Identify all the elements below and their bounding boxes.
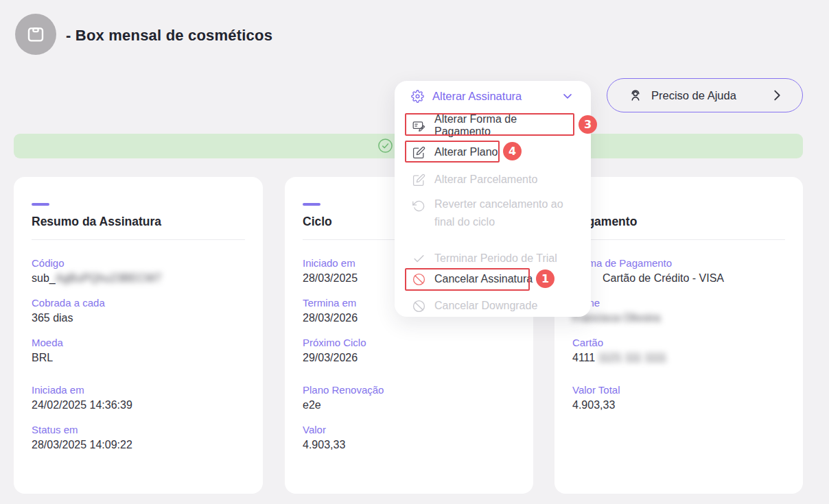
field-cartao: Cartão 4111 1121 111 1111 [572,337,785,364]
dropdown-trigger-alterar-assinatura[interactable]: Alterar Assinatura [395,81,591,111]
menu-item-label: Reverter cancelamento ao final do ciclo [434,195,573,231]
subscription-detail-page: - Box mensal de cosméticos Preciso de Aj… [0,0,829,504]
avatar [15,14,56,55]
field-proximo-ciclo: Próximo Ciclo 29/03/2026 [303,337,515,364]
menu-item-reverter-cancelamento: Reverter cancelamento ao final do ciclo [395,194,591,238]
card-accent-dash [303,203,320,206]
card-resumo-assinatura: Resumo da Assinatura Código sub_AgBuPQhu… [14,177,263,494]
divider [572,239,785,240]
masked-value: AgBuPQhu23BECW7 [56,272,162,284]
menu-item-cancelar-downgrade: Cancelar Downgrade [395,293,591,319]
field-valor-total: Valor Total 4.903,33 [572,384,785,411]
alterar-assinatura-dropdown: Alterar Assinatura Alterar Forma de Paga… [395,81,591,317]
menu-item-alterar-plano[interactable]: Alterar Plano [395,139,591,165]
chevron-down-icon [561,89,574,103]
chevron-right-icon [769,88,784,103]
field-valor: Valor 4.903,33 [303,424,515,451]
menu-item-alterar-forma-de-pagamento[interactable]: Alterar Forma de Pagamento [395,112,591,139]
field-moeda: Moeda BRL [32,337,245,364]
menu-item-label: Alterar Forma de Pagamento [434,113,573,138]
field-plano-renovacao: Plano Renovação e2e [303,384,515,411]
card-title: Pagamento [572,215,785,229]
annotation-badge-step4: 4 [503,142,522,160]
field-iniciada-em: Iniciada em 24/02/2025 14:36:39 [32,384,245,411]
menu-item-alterar-parcelamento: Alterar Parcelamento [395,167,591,193]
help-button-label: Preciso de Ajuda [651,89,736,102]
field-forma-de-pagamento: Forma de Pagamento Cartão de Crédito - V… [572,257,785,285]
edit-icon [412,173,425,187]
menu-item-label: Cancelar Assinatura [434,273,533,285]
slash-icon [412,273,425,286]
menu-item-label: Alterar Parcelamento [434,173,537,186]
annotation-badge-step3: 3 [579,115,597,134]
check-circle-icon [377,138,393,154]
page-title: - Box mensal de cosméticos [66,27,272,45]
menu-item-label: Cancelar Downgrade [434,300,537,312]
check-icon [412,252,425,265]
dropdown-trigger-label: Alterar Assinatura [432,90,561,103]
card-title: Resumo da Assinatura [32,215,245,229]
field-codigo: Código sub_AgBuPQhu23BECW7 [32,257,245,285]
card-pagamento: Pagamento Forma de Pagamento Cartão de C… [554,177,803,494]
menu-item-cancelar-assinatura[interactable]: Cancelar Assinatura [395,266,591,292]
card-edit-icon [412,119,425,132]
divider [32,239,245,240]
masked-value: 1121 111 1111 [598,352,667,363]
field-cobrada-a-cada: Cobrada a cada 365 dias [32,297,245,324]
edit-icon [412,146,425,159]
slash-icon [412,300,425,313]
package-icon [25,23,47,45]
gear-icon [411,90,424,103]
menu-item-label: Alterar Plano [434,146,498,158]
field-status-em: Status em 28/03/2025 14:09:22 [32,424,245,451]
card-accent-dash [32,203,49,206]
menu-item-label: Terminar Periodo de Trial [434,252,557,265]
annotation-badge-step1: 1 [536,269,554,288]
undo-icon [412,200,425,213]
support-person-icon [628,88,643,103]
field-nome: Nome Francisca Olivoira [572,297,785,324]
help-button[interactable]: Preciso de Ajuda [607,78,803,112]
